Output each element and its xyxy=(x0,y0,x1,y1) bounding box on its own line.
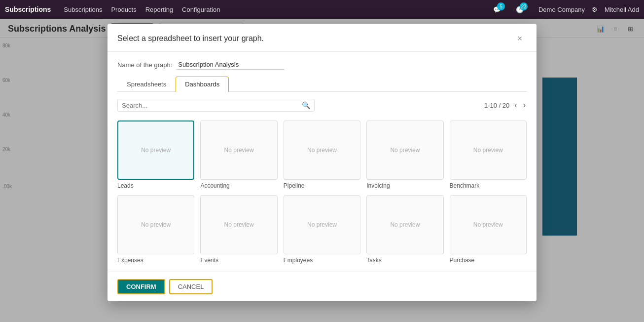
grid-item-preview: No preview xyxy=(117,121,194,180)
activity-icon-wrap[interactable]: 🕐 23 xyxy=(516,5,532,13)
grid-item-pipeline[interactable]: No preview Pipeline xyxy=(284,121,360,189)
pagination-prev[interactable]: ‹ xyxy=(513,101,518,110)
confirm-button[interactable]: CONFIRM xyxy=(117,279,165,294)
grid-item-leads[interactable]: No preview Leads xyxy=(117,121,194,189)
pagination-count: 1-10 / 20 xyxy=(484,102,509,109)
nav-configuration[interactable]: Configuration xyxy=(182,6,220,13)
grid-item-preview: No preview xyxy=(366,195,443,254)
grid-item-label: Tasks xyxy=(366,257,443,264)
app-logo: Subscriptions xyxy=(5,5,51,13)
top-navigation: Subscriptions Subscriptions Products Rep… xyxy=(0,0,644,19)
nav-subscriptions[interactable]: Subscriptions xyxy=(64,6,102,13)
topnav-right: 💬 5 🕐 23 Demo Company ⚙ Mitchell Add xyxy=(493,5,639,13)
grid-item-label: Invoicing xyxy=(366,182,443,189)
grid-item-expenses[interactable]: No preview Expenses xyxy=(117,195,194,264)
dashboard-grid: No preview Leads No preview Accounting N… xyxy=(117,121,527,264)
grid-item-label: Purchase xyxy=(450,257,527,264)
grid-item-preview: No preview xyxy=(284,195,360,254)
grid-item-label: Benchmark xyxy=(450,182,527,189)
search-box[interactable]: 🔍 xyxy=(117,99,315,112)
user-name[interactable]: Mitchell Add xyxy=(605,6,639,13)
grid-item-preview: No preview xyxy=(284,121,360,180)
nav-products[interactable]: Products xyxy=(111,6,136,13)
modal-close-button[interactable]: × xyxy=(513,32,527,45)
grid-item-preview: No preview xyxy=(200,195,277,254)
grid-item-preview: No preview xyxy=(450,121,527,180)
grid-item-label: Accounting xyxy=(200,182,277,189)
pagination: 1-10 / 20 ‹ › xyxy=(484,101,527,110)
grid-item-preview: No preview xyxy=(450,195,527,254)
grid-item-label: Events xyxy=(200,257,277,264)
modal-overlay: Select a spreadsheet to insert your grap… xyxy=(0,19,644,322)
grid-item-preview: No preview xyxy=(117,195,194,254)
search-input[interactable] xyxy=(122,102,299,109)
graph-name-input[interactable] xyxy=(176,60,285,70)
modal-body: Name of the graph: Spreadsheets Dashboar… xyxy=(107,52,537,272)
tab-spreadsheets[interactable]: Spreadsheets xyxy=(117,77,176,92)
grid-item-events[interactable]: No preview Events xyxy=(200,195,277,264)
modal-footer: CONFIRM CANCEL xyxy=(107,272,537,301)
cancel-button[interactable]: CANCEL xyxy=(169,279,213,294)
tools-icon: ⚙ xyxy=(592,6,598,13)
grid-item-purchase[interactable]: No preview Purchase xyxy=(450,195,527,264)
company-name[interactable]: Demo Company xyxy=(538,6,585,13)
modal-dialog: Select a spreadsheet to insert your grap… xyxy=(107,24,537,301)
search-pagination-row: 🔍 1-10 / 20 ‹ › xyxy=(117,99,527,112)
messages-badge: 5 xyxy=(497,2,505,10)
search-icon: 🔍 xyxy=(302,101,310,109)
graph-name-row: Name of the graph: xyxy=(117,60,527,70)
grid-item-preview: No preview xyxy=(366,121,443,180)
grid-item-label: Leads xyxy=(117,182,194,189)
tab-dashboards[interactable]: Dashboards xyxy=(176,77,229,92)
grid-item-label: Employees xyxy=(284,257,360,264)
modal-header: Select a spreadsheet to insert your grap… xyxy=(107,24,537,52)
activity-badge: 23 xyxy=(520,2,528,10)
messages-icon-wrap[interactable]: 💬 5 xyxy=(493,5,509,13)
grid-item-tasks[interactable]: No preview Tasks xyxy=(366,195,443,264)
modal-title: Select a spreadsheet to insert your grap… xyxy=(117,34,264,43)
tab-bar: Spreadsheets Dashboards xyxy=(117,77,527,92)
grid-item-preview: No preview xyxy=(200,121,277,180)
grid-item-invoicing[interactable]: No preview Invoicing xyxy=(366,121,443,189)
grid-item-benchmark[interactable]: No preview Benchmark xyxy=(450,121,527,189)
pagination-next[interactable]: › xyxy=(522,101,527,110)
grid-item-label: Pipeline xyxy=(284,182,360,189)
grid-item-accounting[interactable]: No preview Accounting xyxy=(200,121,277,189)
grid-item-label: Expenses xyxy=(117,257,194,264)
graph-name-label: Name of the graph: xyxy=(117,61,172,69)
nav-reporting[interactable]: Reporting xyxy=(145,6,173,13)
grid-item-employees[interactable]: No preview Employees xyxy=(284,195,360,264)
